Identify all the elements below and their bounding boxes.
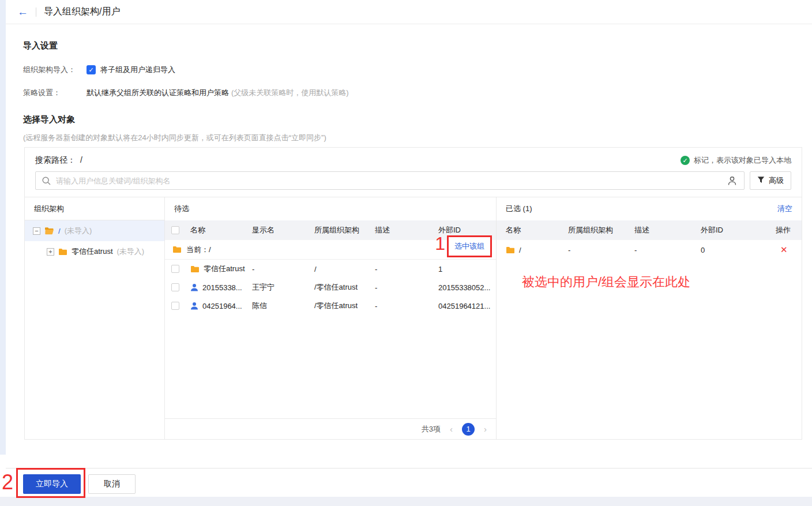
org-tree-panel: 组织架构 − / (未导入) + 零信任atrust (未导入): [25, 197, 165, 439]
filter-funnel-icon: [757, 176, 765, 185]
policy-row: 策略设置： 默认继承父组所关联的认证策略和用户策略 (父级未关联策略时，使用默认…: [23, 88, 349, 98]
org-tree-title: 组织架构: [25, 197, 164, 220]
pagination: 共3项 ‹ 1 ›: [165, 418, 496, 439]
chevron-right-icon[interactable]: ›: [484, 424, 487, 434]
selected-title: 已选 (1): [506, 204, 532, 214]
org-import-label: 组织架构导入：: [23, 65, 87, 75]
search-area: 搜索路径： / ✓ 标记，表示该对象已导入本地: [25, 148, 802, 190]
cancel-button[interactable]: 取消: [88, 474, 136, 494]
cell-display-name: 陈信: [247, 301, 310, 311]
col-ext-id: 外部ID: [701, 225, 776, 235]
page-header: ← 导入组织架构/用户: [6, 0, 812, 24]
recursive-import-option-label: 将子组及用户递归导入: [100, 65, 175, 75]
cell-org: /零信任atrust: [310, 301, 370, 311]
pending-row-group[interactable]: 零信任atrust - / - 1: [165, 260, 496, 278]
col-name: 名称: [186, 225, 247, 235]
annotation-step-1: 1: [435, 233, 445, 254]
cell-ext-id: 0: [701, 246, 776, 254]
recursive-import-checkbox[interactable]: ✓: [87, 65, 96, 74]
selected-title-row: 已选 (1) 清空: [497, 197, 802, 220]
cell-display-name: -: [247, 265, 310, 273]
collapse-toggle-icon[interactable]: −: [33, 227, 40, 235]
folder-icon: [172, 246, 182, 253]
cell-desc: -: [370, 265, 434, 273]
user-icon: [190, 302, 198, 310]
tree-node-atrust[interactable]: + 零信任atrust (未导入): [25, 241, 164, 262]
annotation-box-select-group: 选中该组: [447, 235, 492, 257]
col-name: 名称: [506, 225, 568, 235]
tree-node-root-status: (未导入): [65, 226, 92, 236]
tree-node-root-label[interactable]: /: [58, 227, 61, 235]
page-1-button[interactable]: 1: [462, 423, 475, 436]
user-search-icon[interactable]: [720, 172, 744, 189]
select-objects-title: 选择导入对象: [23, 114, 75, 125]
search-input[interactable]: [56, 172, 720, 189]
advanced-label: 高级: [769, 175, 784, 186]
bottom-band: [0, 497, 812, 506]
footer-divider: [6, 468, 812, 468]
cell-name: 20155338...: [202, 283, 242, 292]
clear-all-link[interactable]: 清空: [777, 204, 792, 214]
current-group-row: 当前：/ 1 选中该组: [165, 240, 496, 260]
row-checkbox[interactable]: [171, 265, 179, 273]
pending-panel: 待选 名称 显示名 所属组织架构 描述 外部ID 当前：/ 1 选: [165, 197, 497, 439]
selected-panel: 已选 (1) 清空 名称 所属组织架构 描述 外部ID 操作 /: [497, 197, 802, 439]
col-org: 所属组织架构: [310, 225, 370, 235]
cell-org: -: [568, 246, 634, 254]
cell-org: /: [310, 265, 370, 273]
page-title: 导入组织架构/用户: [44, 6, 120, 18]
chevron-left-icon[interactable]: ‹: [450, 424, 453, 434]
cell-desc: -: [370, 283, 434, 292]
select-this-group-link[interactable]: 选中该组: [454, 242, 484, 250]
user-icon: [190, 283, 198, 291]
panels: 组织架构 − / (未导入) + 零信任atrust (未导入): [25, 197, 802, 439]
cell-name: /: [519, 246, 521, 254]
back-icon[interactable]: ←: [17, 6, 28, 17]
expand-toggle-icon[interactable]: +: [47, 248, 54, 256]
tree-node-root[interactable]: − / (未导入): [25, 220, 164, 241]
policy-label: 策略设置：: [23, 88, 87, 98]
col-action: 操作: [776, 225, 802, 235]
select-objects-container: 搜索路径： / ✓ 标记，表示该对象已导入本地: [24, 147, 802, 440]
pending-row-user[interactable]: 04251964... 陈信 /零信任atrust - 04251964121.…: [165, 297, 496, 315]
pending-table-header: 名称 显示名 所属组织架构 描述 外部ID: [165, 220, 496, 240]
policy-text: 默认继承父组所关联的认证策略和用户策略: [87, 88, 229, 98]
search-row: 高级: [35, 171, 791, 190]
annotation-step-2: 2: [2, 470, 13, 494]
cell-display-name: 王宇宁: [247, 282, 310, 293]
sync-hint: (远程服务器新创建的对象默认将在24小时内同步更新，或可在列表页面直接点击“立即…: [23, 133, 326, 143]
cell-ext-id: 1: [434, 265, 496, 273]
cell-name: 04251964...: [202, 302, 242, 310]
tree-node-atrust-status: (未导入): [117, 246, 145, 257]
cell-ext-id: 04251964121...: [434, 302, 496, 310]
cell-desc: -: [370, 302, 434, 310]
row-checkbox[interactable]: [171, 302, 179, 310]
cell-org: /零信任atrust: [310, 282, 370, 293]
folder-icon: [506, 246, 515, 254]
pending-row-user[interactable]: 20155338... 王宇宁 /零信任atrust - 20155338052…: [165, 278, 496, 297]
select-all-checkbox[interactable]: [171, 226, 179, 234]
search-input-group: [35, 171, 745, 190]
cell-name: 零信任atrust: [204, 264, 245, 274]
advanced-filter-button[interactable]: 高级: [750, 171, 791, 190]
remove-selected-icon[interactable]: ✕: [776, 245, 802, 255]
imported-mark-legend: ✓ 标记，表示该对象已导入本地: [681, 155, 791, 166]
header-divider: [36, 8, 36, 17]
cell-ext-id: 20155338052...: [434, 283, 496, 292]
search-path-value: /: [80, 155, 82, 166]
import-org-users-page: ← 导入组织架构/用户 导入设置 组织架构导入： ✓ 将子组及用户递归导入 策略…: [0, 0, 812, 506]
search-path: 搜索路径： /: [35, 155, 82, 166]
imported-mark-note: 标记，表示该对象已导入本地: [694, 155, 791, 166]
row-checkbox[interactable]: [171, 283, 179, 291]
search-path-label: 搜索路径：: [35, 155, 76, 166]
org-import-row: 组织架构导入： ✓ 将子组及用户递归导入: [23, 65, 175, 75]
col-org: 所属组织架构: [568, 225, 634, 235]
collapsed-sidebar-edge: [0, 0, 6, 455]
col-display-name: 显示名: [247, 225, 310, 235]
tree-node-atrust-label[interactable]: 零信任atrust: [72, 246, 113, 257]
folder-icon: [190, 265, 200, 273]
annotation-box-import: [16, 468, 85, 498]
policy-note: (父级未关联策略时，使用默认策略): [231, 88, 349, 98]
selected-table-header: 名称 所属组织架构 描述 外部ID 操作: [497, 220, 802, 240]
col-desc: 描述: [634, 225, 701, 235]
